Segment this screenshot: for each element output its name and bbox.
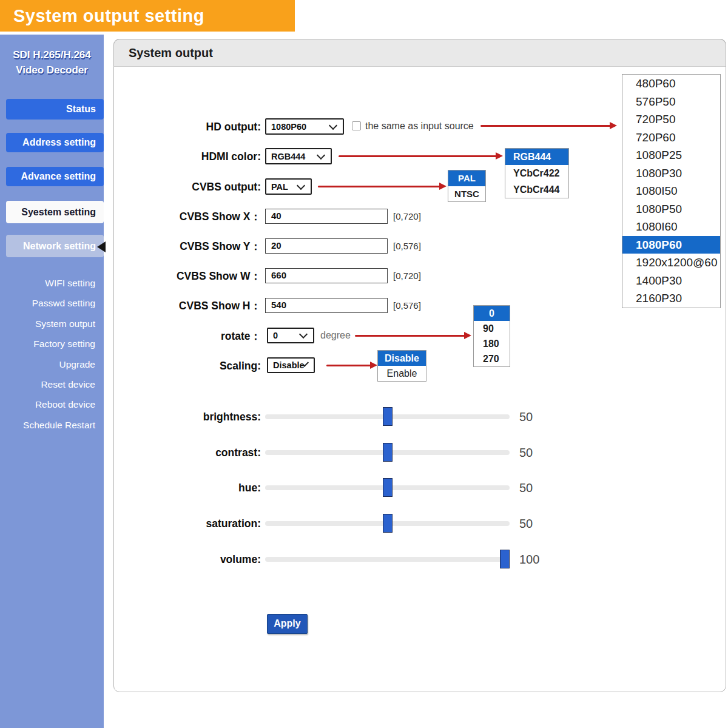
resolution-option[interactable]: 1080P50 [622,200,720,218]
resolution-option[interactable]: 1080I60 [622,218,720,236]
sidebar-item-system-output[interactable]: System output [0,314,95,334]
hdmi-color-label: HDMI color: [115,150,261,163]
hd-output-value: 1080P60 [266,122,306,132]
sidebar-item-passwd-setting[interactable]: Passwd setting [0,293,95,313]
resolution-option[interactable]: 720P50 [622,110,720,129]
panel-title: System output [113,39,726,67]
same-as-input-label: the same as input source [365,121,474,132]
hdmi-color-option[interactable]: YCbCr422 [505,165,568,181]
chevron-down-icon [317,150,325,159]
cursor-arrow-icon [97,241,106,252]
rotate-arrow [355,332,471,339]
rotate-value: 0 [268,331,278,340]
cvbs-output-arrow [318,183,447,190]
sidebar-item-wifi-setting[interactable]: WIFI setting [0,273,95,293]
scaling-label: Scaling: [115,359,261,372]
page-title-banner: System output setting [0,0,295,32]
scaling-value: Disable [268,360,305,370]
resolution-option[interactable]: 720P60 [622,129,720,147]
brightness-value: 50 [519,410,533,424]
scaling-select[interactable]: Disable [267,357,315,373]
cvbs-show-y-label: CVBS Show Y： [115,240,261,253]
contrast-label: contrast: [115,446,261,459]
cvbs-output-value: PAL [266,182,288,192]
cvbs-output-label: CVBS output: [115,180,261,194]
volume-slider-thumb[interactable] [500,550,510,568]
cvbs-mode-option[interactable]: NTSC [448,186,485,202]
saturation-label: saturation: [115,517,261,530]
sidebar-item-advance-setting[interactable]: Advance setting [6,167,104,186]
sidebar-item-address-setting[interactable]: Address setting [6,133,104,152]
chevron-down-icon [329,121,337,129]
hd-output-arrow [480,122,617,129]
hue-slider[interactable] [265,485,510,490]
volume-value: 100 [519,553,539,567]
resolution-option[interactable]: 1080I50 [622,182,720,200]
cvbs-show-x-label: CVBS Show X： [115,210,261,223]
sidebar-item-system-setting[interactable]: Syestem setting [6,201,104,223]
hd-output-label: HD output: [115,120,261,133]
device-title: SDI H.265/H.264 Video Decoder [0,47,104,78]
rotate-label: rotate： [115,329,261,343]
hd-output-select[interactable]: 1080P60 [265,118,344,135]
saturation-slider[interactable] [265,521,510,526]
contrast-value: 50 [519,446,533,460]
cvbs-show-h-label: CVBS Show H： [115,299,261,312]
sidebar-item-reset-device[interactable]: Reset device [0,374,95,394]
sidebar-item-status[interactable]: Status [6,99,104,120]
cvbs-show-w-input[interactable]: 660 [265,268,388,283]
sidebar-item-reboot-device[interactable]: Reboot device [0,394,95,414]
resolution-option-selected[interactable]: 1080P60 [622,236,720,254]
contrast-slider-thumb[interactable] [383,443,393,462]
rotate-select[interactable]: 0 [267,328,314,343]
volume-label: volume: [115,553,261,566]
sidebar-item-factory-setting[interactable]: Factory setting [0,334,95,354]
resolution-option[interactable]: 1080P25 [622,146,720,164]
rotate-option[interactable]: 270 [474,351,510,366]
resolution-option[interactable]: 576P50 [622,93,720,111]
rotate-option-selected[interactable]: 0 [474,306,510,321]
apply-button[interactable]: Apply [267,614,308,634]
cvbs-output-select[interactable]: PAL [265,178,312,195]
cvbs-show-h-range: [0,576] [393,300,421,311]
cvbs-show-x-input[interactable]: 40 [265,209,388,224]
volume-slider[interactable] [265,557,510,562]
saturation-value: 50 [519,517,533,531]
cvbs-show-h-input[interactable]: 540 [265,298,388,313]
hue-label: hue: [115,481,261,494]
rotate-unit: degree [320,330,351,341]
cvbs-show-x-range: [0,720] [393,211,421,221]
cvbs-mode-option-selected[interactable]: PAL [448,170,485,186]
brightness-slider[interactable] [265,414,510,419]
hue-value: 50 [519,481,533,495]
saturation-slider-thumb[interactable] [383,514,393,533]
resolution-option[interactable]: 2160P30 [622,289,720,308]
sidebar-item-network-setting[interactable]: Network setting [6,235,104,257]
brightness-label: brightness: [115,410,261,423]
hdmi-color-option-selected[interactable]: RGB444 [505,149,568,165]
chevron-down-icon [299,330,308,339]
resolution-option[interactable]: 480P60 [622,75,720,93]
sidebar-links: WIFI setting Passwd setting System outpu… [0,273,95,435]
same-as-input-checkbox[interactable] [352,121,361,130]
rotate-option[interactable]: 90 [474,321,510,336]
device-title-line2: Video Decoder [0,62,104,78]
cvbs-mode-options-popup: PAL NTSC [448,170,486,202]
cvbs-show-y-input[interactable]: 20 [265,238,388,254]
contrast-slider[interactable] [265,450,510,455]
sidebar-item-upgrade[interactable]: Upgrade [0,354,95,374]
sidebar-item-schedule-restart[interactable]: Schedule Restart [0,415,95,435]
hdmi-color-arrow [339,152,503,160]
scaling-option[interactable]: Enable [378,366,426,381]
resolution-option[interactable]: 1920x1200@60 [622,254,720,272]
rotate-option[interactable]: 180 [474,336,510,351]
hdmi-color-select[interactable]: RGB444 [265,148,332,164]
hue-slider-thumb[interactable] [383,478,393,497]
hdmi-color-option[interactable]: YCbCr444 [505,181,568,198]
brightness-slider-thumb[interactable] [383,407,393,426]
scaling-option-selected[interactable]: Disable [378,351,426,366]
hdmi-color-options-popup: RGB444 YCbCr422 YCbCr444 [505,148,569,198]
resolution-option[interactable]: 1400P30 [622,272,720,290]
resolution-option[interactable]: 1080P30 [622,164,720,183]
device-title-line1: SDI H.265/H.264 [0,47,104,62]
